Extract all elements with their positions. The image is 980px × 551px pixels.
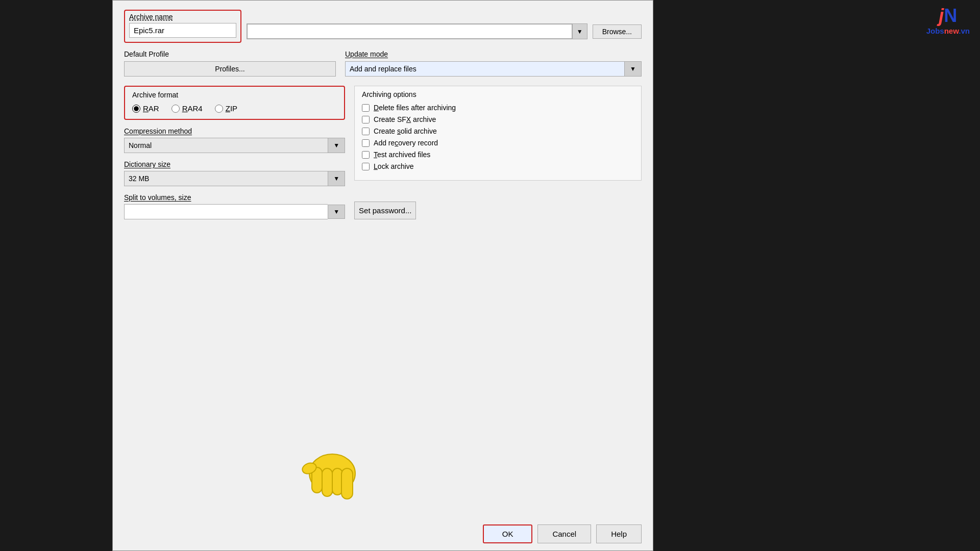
update-mode-section: Update mode Add and replace files ▼ <box>345 50 642 77</box>
ok-button[interactable]: OK <box>483 524 533 543</box>
checkbox-recovery-record-label: Add recovery record <box>374 139 438 147</box>
radio-rar-input[interactable] <box>132 105 140 113</box>
dictionary-size-combo[interactable]: 32 MB ▼ <box>124 171 345 186</box>
archive-format-box: Archive format RAR RAR4 ZIP <box>124 86 345 120</box>
split-volumes-section: Split to volumes, size ▼ <box>124 193 345 219</box>
logo-area: j N Jobsnew.vn <box>926 5 970 35</box>
checkbox-delete-files-input[interactable] <box>362 104 370 112</box>
checkbox-test-archived-input[interactable] <box>362 151 370 159</box>
archive-format-radio-group: RAR RAR4 ZIP <box>132 104 337 113</box>
archive-name-section: Archive name <box>124 10 241 43</box>
dictionary-size-group: Dictionary size 32 MB ▼ <box>124 160 345 186</box>
compression-method-group: Compression method Normal ▼ <box>124 127 345 153</box>
radio-rar-label: RAR <box>143 104 159 113</box>
archive-format-legend: Archive format <box>132 91 337 99</box>
dialog-action-buttons: OK Cancel Help <box>483 524 642 543</box>
checkbox-delete-files[interactable]: Delete files after archiving <box>362 104 634 112</box>
checkbox-solid-archive-label: Create solid archive <box>374 127 437 135</box>
checkbox-lock-archive-label: Lock archive <box>374 162 414 170</box>
cancel-button[interactable]: Cancel <box>537 524 591 543</box>
archive-path-input[interactable] <box>247 24 572 39</box>
checkbox-test-archived[interactable]: Test archived files <box>362 151 634 159</box>
radio-rar[interactable]: RAR <box>132 104 159 113</box>
browse-button[interactable]: Browse... <box>593 24 642 39</box>
checkbox-create-sfx[interactable]: Create SFX archive <box>362 115 634 123</box>
radio-zip[interactable]: ZIP <box>215 104 237 113</box>
update-mode-value: Add and replace files <box>346 62 624 76</box>
radio-rar4-label: RAR4 <box>182 104 203 113</box>
checkbox-recovery-record-input[interactable] <box>362 139 370 147</box>
compression-method-arrow[interactable]: ▼ <box>328 138 345 153</box>
archiving-options-title: Archiving options <box>362 90 634 98</box>
logo-n: N <box>944 5 957 27</box>
radio-rar4-input[interactable] <box>172 105 180 113</box>
compression-method-combo[interactable]: Normal ▼ <box>124 138 345 153</box>
profiles-button[interactable]: Profiles... <box>124 61 336 77</box>
help-button[interactable]: Help <box>596 524 642 543</box>
update-mode-arrow[interactable]: ▼ <box>624 62 641 76</box>
logo-jobs-text: Jobs <box>926 27 944 35</box>
checkbox-lock-archive[interactable]: Lock archive <box>362 162 634 170</box>
checkbox-create-sfx-label: Create SFX archive <box>374 115 436 123</box>
dialog-bottom-row: OK Cancel Help <box>113 519 653 550</box>
logo-site: Jobsnew.vn <box>926 27 970 35</box>
archive-path-dropdown-arrow[interactable]: ▼ <box>572 24 587 39</box>
archive-name-input[interactable] <box>130 23 236 37</box>
checkbox-solid-archive-input[interactable] <box>362 128 370 135</box>
archiving-options-box: Archiving options Delete files after arc… <box>354 86 642 181</box>
archive-name-label: Archive name <box>129 13 236 21</box>
split-volumes-row: ▼ <box>124 204 345 219</box>
default-profile-section: Default Profile Profiles... <box>124 50 336 77</box>
radio-zip-input[interactable] <box>215 105 223 113</box>
compression-method-label: Compression method <box>124 127 345 135</box>
dictionary-size-label: Dictionary size <box>124 160 345 168</box>
dictionary-size-value: 32 MB <box>125 171 328 186</box>
set-password-button[interactable]: Set password... <box>354 202 416 219</box>
compression-method-value: Normal <box>125 138 328 153</box>
logo-j: j <box>939 5 944 27</box>
radio-zip-label: ZIP <box>226 104 237 113</box>
radio-rar4[interactable]: RAR4 <box>172 104 203 113</box>
checkbox-delete-files-label: Delete files after archiving <box>374 104 456 112</box>
split-volumes-label: Split to volumes, size <box>124 193 345 202</box>
archive-name-input-wrapper <box>129 23 236 38</box>
update-mode-dropdown[interactable]: Add and replace files ▼ <box>345 61 642 77</box>
checkbox-recovery-record[interactable]: Add recovery record <box>362 139 634 147</box>
default-profile-label: Default Profile <box>124 50 336 58</box>
logo-vn-text: .vn <box>959 27 970 35</box>
dialog-window: Archive name ▼ Browse... Default Profile… <box>112 0 653 551</box>
checkbox-test-archived-label: Test archived files <box>374 151 430 159</box>
checkbox-lock-archive-input[interactable] <box>362 163 370 170</box>
split-volumes-arrow[interactable]: ▼ <box>328 205 345 219</box>
split-volumes-input[interactable] <box>124 204 328 219</box>
dictionary-size-arrow[interactable]: ▼ <box>328 171 345 186</box>
update-mode-label: Update mode <box>345 50 642 58</box>
logo-new-text: new <box>944 27 959 35</box>
checkbox-solid-archive[interactable]: Create solid archive <box>362 127 634 135</box>
checkbox-create-sfx-input[interactable] <box>362 116 370 123</box>
